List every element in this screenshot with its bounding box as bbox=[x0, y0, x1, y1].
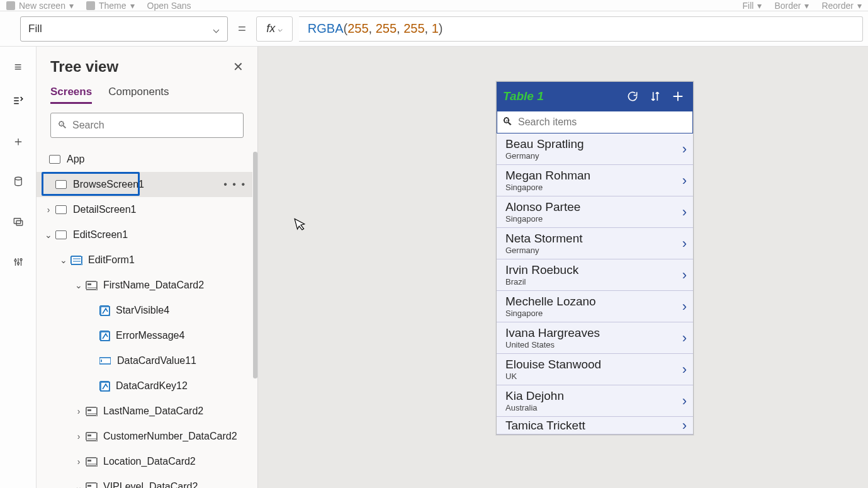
textinput-icon bbox=[99, 356, 111, 365]
insert-icon[interactable]: ＋ bbox=[9, 132, 27, 150]
tree-node-errormessage4[interactable]: ErrorMessage4 bbox=[37, 323, 252, 348]
tree-search-input[interactable] bbox=[72, 120, 237, 131]
canvas-area[interactable]: Table 1 🔍︎ Beau SpratlingGermany›Megan R… bbox=[258, 47, 868, 488]
tree-node-editform1[interactable]: ⌄ EditForm1 bbox=[37, 247, 252, 273]
phone-search[interactable]: 🔍︎ bbox=[496, 110, 694, 134]
ribbon-border[interactable]: Border ▾ bbox=[774, 1, 809, 11]
form-icon bbox=[70, 256, 82, 264]
data-icon[interactable] bbox=[9, 173, 27, 190]
list-item[interactable]: Neta StormentGermany› bbox=[497, 228, 693, 259]
list-item[interactable]: Tamica Trickett› bbox=[497, 417, 693, 434]
chevron-right-icon[interactable]: › bbox=[682, 330, 687, 346]
chevron-right-icon[interactable]: › bbox=[682, 204, 687, 220]
property-name: Fill bbox=[28, 23, 42, 35]
collapse-icon[interactable]: ⌄ bbox=[58, 255, 69, 265]
phone-preview: Table 1 🔍︎ Beau SpratlingGermany›Megan R… bbox=[496, 81, 694, 435]
item-subtitle: UK bbox=[505, 372, 682, 381]
ribbon-toolbar: New screen ▾ Theme ▾ Open Sans Fill ▾ Bo… bbox=[0, 0, 868, 11]
chevron-right-icon[interactable]: › bbox=[682, 417, 687, 434]
tree-node-location-datacard[interactable]: › Location_DataCard2 bbox=[37, 449, 252, 474]
collapse-icon[interactable]: ⌄ bbox=[73, 280, 84, 290]
tree-node-starvisible4[interactable]: StarVisible4 bbox=[37, 298, 252, 323]
app-title: Table 1 bbox=[503, 89, 619, 103]
fx-button[interactable]: fx ⌵ bbox=[256, 16, 293, 42]
formula-input[interactable]: RGBA(255, 255, 255, 1) bbox=[299, 16, 863, 42]
ribbon-new-screen[interactable]: New screen ▾ bbox=[6, 1, 74, 11]
tree-view-icon[interactable] bbox=[9, 92, 27, 110]
chevron-right-icon[interactable]: › bbox=[682, 361, 687, 378]
datacard-icon bbox=[86, 432, 97, 441]
expand-icon[interactable]: › bbox=[73, 431, 84, 441]
tree-node-datacardvalue11[interactable]: DataCardValue11 bbox=[37, 348, 252, 373]
phone-header: Table 1 bbox=[497, 82, 693, 111]
ribbon-fill[interactable]: Fill ▾ bbox=[742, 1, 762, 11]
property-selector[interactable]: Fill bbox=[20, 16, 228, 42]
tree-node-viplevel-datacard[interactable]: ⌄ VIPLevel_DataCard2 bbox=[37, 474, 252, 488]
sort-icon[interactable] bbox=[646, 90, 664, 103]
formula-bar: Fill = fx ⌵ RGBA(255, 255, 255, 1) bbox=[0, 11, 868, 47]
chevron-right-icon[interactable]: › bbox=[682, 141, 687, 157]
svg-rect-10 bbox=[87, 283, 91, 285]
list-item[interactable]: Alonso ParteeSingapore› bbox=[497, 196, 693, 228]
list-item[interactable]: Megan RohmanSingapore› bbox=[497, 165, 693, 196]
tree-node-browsescreen1[interactable]: ⌄ BrowseScreen1 • • • bbox=[37, 172, 252, 197]
hamburger-icon[interactable]: ≡ bbox=[9, 58, 27, 76]
phone-search-input[interactable] bbox=[518, 116, 687, 128]
list-item[interactable]: Elouise StanwoodUK› bbox=[497, 354, 693, 385]
media-icon[interactable] bbox=[9, 213, 27, 230]
item-name: Elouise Stanwood bbox=[505, 358, 682, 372]
tree-node-datacardkey12[interactable]: DataCardKey12 bbox=[37, 373, 252, 399]
refresh-icon[interactable] bbox=[624, 90, 641, 103]
search-icon: 🔍︎ bbox=[502, 116, 513, 128]
svg-rect-24 bbox=[87, 460, 91, 462]
label-icon bbox=[99, 331, 110, 341]
tree-node-detailscreen1[interactable]: › DetailScreen1 bbox=[37, 197, 252, 222]
ribbon-theme[interactable]: Theme ▾ bbox=[86, 1, 135, 11]
tree-view-tabs: Screens Components bbox=[37, 79, 257, 104]
label-icon bbox=[99, 381, 110, 391]
tree-node-customernumber-datacard[interactable]: › CustomerNumber_DataCard2 bbox=[37, 424, 252, 449]
close-icon[interactable]: ✕ bbox=[233, 59, 244, 74]
chevron-right-icon[interactable]: › bbox=[682, 298, 687, 315]
cursor-icon bbox=[294, 215, 309, 235]
svg-rect-2 bbox=[16, 221, 23, 226]
item-subtitle: Singapore bbox=[505, 214, 682, 224]
settings-icon[interactable] bbox=[9, 253, 27, 271]
ribbon-reorder[interactable]: Reorder ▾ bbox=[821, 1, 862, 11]
tree-node-firstname-datacard[interactable]: ⌄ FirstName_DataCard2 bbox=[37, 273, 252, 298]
list-item[interactable]: Irvin RoebuckBrazil› bbox=[497, 259, 693, 291]
list-item[interactable]: Beau SpratlingGermany› bbox=[497, 133, 693, 165]
tree-view-panel: Tree view ✕ Screens Components 🔍︎ App ⌄ … bbox=[37, 47, 258, 488]
datacard-icon bbox=[86, 457, 97, 466]
tab-screens[interactable]: Screens bbox=[50, 86, 92, 104]
tree-node-app[interactable]: App bbox=[37, 147, 252, 172]
svg-point-5 bbox=[20, 259, 22, 261]
chevron-right-icon[interactable]: › bbox=[682, 393, 687, 409]
collapse-icon[interactable]: ⌄ bbox=[73, 482, 84, 488]
list-item[interactable]: Ivana HargreavesUnited States› bbox=[497, 322, 693, 354]
chevron-right-icon[interactable]: › bbox=[682, 267, 687, 283]
ribbon-font[interactable]: Open Sans bbox=[147, 1, 191, 11]
item-name: Irvin Roebuck bbox=[505, 263, 682, 277]
collapse-icon[interactable]: ⌄ bbox=[43, 230, 54, 240]
item-subtitle: Brazil bbox=[505, 277, 682, 287]
list-item[interactable]: Mechelle LozanoSingapore› bbox=[497, 291, 693, 322]
tree-node-editscreen1[interactable]: ⌄ EditScreen1 bbox=[37, 222, 252, 247]
more-icon[interactable]: • • • bbox=[223, 179, 246, 190]
add-icon[interactable] bbox=[669, 89, 687, 103]
expand-icon[interactable]: › bbox=[43, 205, 54, 215]
chevron-right-icon[interactable]: › bbox=[682, 173, 687, 189]
label-icon bbox=[99, 305, 110, 315]
scrollbar[interactable] bbox=[253, 152, 257, 378]
left-rail: ≡ ＋ bbox=[0, 47, 37, 488]
tab-components[interactable]: Components bbox=[108, 86, 169, 104]
datacard-icon bbox=[86, 482, 97, 488]
expand-icon[interactable]: › bbox=[73, 406, 84, 416]
tree-node-lastname-datacard[interactable]: › LastName_DataCard2 bbox=[37, 399, 252, 424]
expand-icon[interactable]: › bbox=[73, 457, 84, 467]
datacard-icon bbox=[86, 281, 97, 290]
tree-search[interactable]: 🔍︎ bbox=[50, 113, 244, 138]
list-item[interactable]: Kia DejohnAustralia› bbox=[497, 385, 693, 417]
item-subtitle: Germany bbox=[505, 151, 682, 161]
chevron-right-icon[interactable]: › bbox=[682, 235, 687, 252]
